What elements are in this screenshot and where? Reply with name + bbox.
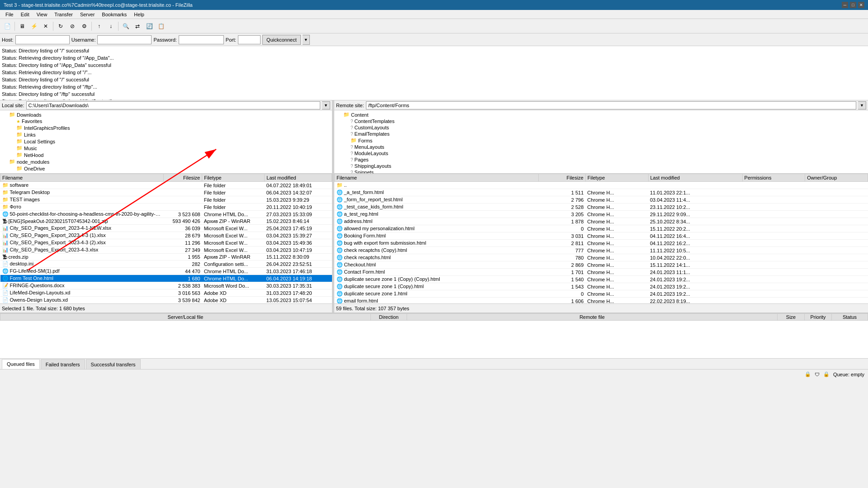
menu-item-help[interactable]: Help <box>130 11 148 18</box>
remote-tree-item[interactable]: ? ModuleLayouts <box>334 150 868 156</box>
tb-abort[interactable]: ⊘ <box>67 21 78 32</box>
menu-item-edit[interactable]: Edit <box>17 11 33 18</box>
username-input[interactable] <box>97 35 152 44</box>
remote-site-path[interactable] <box>366 101 856 109</box>
local-file-row[interactable]: 📄Owens-Design Layouts.xd3 539 842Adobe X… <box>0 297 332 304</box>
remote-file-row[interactable]: 🌐a_test_reg.html3 205Chrome H...29.11.20… <box>335 211 868 218</box>
remote-file-row[interactable]: 🌐Checkout.html2 869Chrome H...15.11.2022… <box>335 261 868 269</box>
remote-file-row[interactable]: 🌐email form.html1 606Chrome H...22.02.20… <box>335 298 868 304</box>
remote-site-dropdown[interactable]: ▼ <box>858 101 866 109</box>
close-button[interactable]: ✕ <box>858 2 864 8</box>
local-file-row[interactable]: 📊City_SEO_Pages_Export_2023-4-3 (1).xlsx… <box>0 232 332 239</box>
transfer-col-remote[interactable]: Remote file <box>407 314 778 321</box>
remote-tree-item[interactable]: ? ContentTemplates <box>334 118 868 124</box>
transfer-col-status[interactable]: Status <box>832 314 868 321</box>
menu-item-file[interactable]: File <box>2 11 17 18</box>
local-tree-item[interactable]: 📁 IntelGraphicsProfiles <box>0 124 332 131</box>
remote-file-row[interactable]: 🌐allowed my personalization.html0Chrome … <box>335 225 868 232</box>
tb-refresh[interactable]: ↻ <box>55 21 66 32</box>
tb-upload[interactable]: ↑ <box>94 21 104 32</box>
tb-quickconnect[interactable]: ⚡ <box>28 21 39 32</box>
menu-item-server[interactable]: Server <box>76 11 98 18</box>
col-filetype-remote[interactable]: Filetype <box>585 174 648 182</box>
tb-btn-1[interactable]: 📄 <box>2 21 13 32</box>
remote-tree-item[interactable]: ? Snippets <box>334 169 868 174</box>
minimize-button[interactable]: ─ <box>842 2 848 8</box>
local-file-row[interactable]: 🌐FG-LifeMed-SM(1).pdf44 470Chrome HTML D… <box>0 268 332 275</box>
tb-compare[interactable]: ⇄ <box>132 21 143 32</box>
local-file-row[interactable]: 📁softwareFile folder04.07.2022 18:49:01 <box>0 182 332 189</box>
local-file-row[interactable]: 📄LifeMed-Design-Layouts.xd3 016 563Adobe… <box>0 289 332 297</box>
remote-tree-item[interactable]: 📁 Content <box>334 111 868 118</box>
local-file-row[interactable]: 📄desktop.ini282Configuration setti...26.… <box>0 261 332 268</box>
tb-settings[interactable]: ⚙ <box>79 21 90 32</box>
tab-queued-files[interactable]: Queued files <box>2 359 40 369</box>
local-file-row[interactable]: 📁ФотоFile folder20.11.2022 10:40:19 <box>0 204 332 211</box>
menu-item-bookmarks[interactable]: Bookmarks <box>98 11 130 18</box>
remote-tree-item[interactable]: ? EmailTemplates <box>334 131 868 137</box>
remote-file-row[interactable]: 🌐bug with export form submission.html2 8… <box>335 240 868 247</box>
col-filename-local[interactable]: Filename <box>0 174 164 182</box>
port-input[interactable] <box>238 35 261 44</box>
local-file-row[interactable]: 🗜[ENG]SpeakOut-20230215T0745342-001.zip5… <box>0 218 332 225</box>
remote-file-row[interactable]: 🌐_test_case_kids_form.html2 528Chrome H.… <box>335 204 868 211</box>
quickconnect-button[interactable]: Quickconnect <box>262 35 301 45</box>
local-file-row[interactable]: 🗜creds.zip1 955Архив ZIP - WinRAR15.11.2… <box>0 254 332 261</box>
col-owner-remote[interactable]: Owner/Group <box>805 174 868 182</box>
col-filesize-remote[interactable]: Filesize <box>538 174 585 182</box>
quickconnect-dropdown-button[interactable]: ▼ <box>303 35 310 45</box>
tab-failed-transfers[interactable]: Failed transfers <box>41 359 85 369</box>
remote-tree-item[interactable]: ? MenuLayouts <box>334 144 868 150</box>
remote-file-row[interactable]: 🌐check recaptchs (Copy).html777Chrome H.… <box>335 247 868 254</box>
local-tree-item[interactable]: 📁 Downloads <box>0 111 332 118</box>
remote-file-row[interactable]: 🌐duplicate secure zone 1.html0Chrome H..… <box>335 290 868 298</box>
remote-file-row[interactable]: 🌐Contact Form.html1 701Chrome H...24.01.… <box>335 269 868 276</box>
remote-file-row[interactable]: 🌐_form_for_report_test.html2 796Chrome H… <box>335 196 868 204</box>
local-tree-item[interactable]: ★ Favorites <box>0 118 332 124</box>
tb-search[interactable]: 🔍 <box>120 21 131 32</box>
local-file-row[interactable]: 🌐Form Test One.html1 680Chrome HTML Do..… <box>0 275 332 282</box>
col-filetype-local[interactable]: Filetype <box>202 174 265 182</box>
col-modified-local[interactable]: Last modified <box>265 174 332 182</box>
local-tree-item[interactable]: 📁 OneDrive <box>0 165 332 172</box>
tab-successful-transfers[interactable]: Successful transfers <box>86 359 141 369</box>
local-file-row[interactable]: 📊City_SEO_Pages_Export_2023-4-3 (2).xlsx… <box>0 239 332 246</box>
remote-file-row[interactable]: 🌐duplicate secure zone 1 (Copy) (Copy).h… <box>335 276 868 283</box>
transfer-col-priority[interactable]: Priority <box>805 314 832 321</box>
tb-log[interactable]: 📋 <box>156 21 166 32</box>
col-permissions-remote[interactable]: Permissions <box>742 174 805 182</box>
local-tree-item[interactable]: 📁 node_modules <box>0 158 332 165</box>
local-site-path[interactable] <box>26 101 320 109</box>
remote-tree-item[interactable]: ? ShippingLayouts <box>334 163 868 169</box>
local-file-row[interactable]: 📊City_SEO_Pages_Export_2023-4-1-NEW.xlsx… <box>0 225 332 232</box>
remote-file-row[interactable]: 🌐Booking Form.html3 031Chrome H...04.11.… <box>335 232 868 240</box>
remote-file-row[interactable]: 🌐check recaptchs.html780Chrome H...10.04… <box>335 254 868 261</box>
menu-item-transfer[interactable]: Transfer <box>51 11 76 18</box>
local-tree-item[interactable]: 📁 NetHood <box>0 152 332 158</box>
tb-connect[interactable]: 🖥 <box>17 21 28 32</box>
transfer-col-size[interactable]: Size <box>778 314 805 321</box>
remote-file-row[interactable]: 🌐duplicate secure zone 1 (Copy).html1 54… <box>335 283 868 290</box>
local-file-row[interactable]: 📊City_SEO_Pages_Export_2023-4-3.xlsx27 3… <box>0 246 332 254</box>
maximize-button[interactable]: □ <box>850 2 856 8</box>
tb-sync[interactable]: 🔄 <box>144 21 155 32</box>
remote-tree-item[interactable]: ? CustomLayouts <box>334 124 868 131</box>
remote-tree-item[interactable]: 📁 Forms <box>334 137 868 144</box>
col-modified-remote[interactable]: Last modified <box>648 174 742 182</box>
local-file-row[interactable]: 📁Telegram DesktopFile folder06.04.2023 1… <box>0 189 332 196</box>
transfer-col-direction[interactable]: Direction <box>371 314 407 321</box>
col-filename-remote[interactable]: Filename <box>335 174 539 182</box>
col-filesize-local[interactable]: Filesize <box>164 174 202 182</box>
transfer-col-server[interactable]: Server/Local file <box>0 314 371 321</box>
remote-file-row[interactable]: 🌐_a_test_form.html1 511Chrome H...11.01.… <box>335 189 868 196</box>
host-input[interactable] <box>15 35 70 44</box>
remote-tree-item[interactable]: ? Pages <box>334 156 868 163</box>
remote-file-row[interactable]: 🌐address.html1 878Chrome H...25.10.2022 … <box>335 218 868 225</box>
remote-file-row[interactable]: 📁.. <box>335 182 868 189</box>
local-file-row[interactable]: 📝FRINGE-Questions.docx2 538 383Microsoft… <box>0 282 332 289</box>
local-tree-item[interactable]: 📁 Local Settings <box>0 138 332 145</box>
menu-item-view[interactable]: View <box>33 11 51 18</box>
local-file-row[interactable]: 📁TEST imagesFile folder15.03.2023 9:39:2… <box>0 196 332 204</box>
local-tree-item[interactable]: 📁 Music <box>0 145 332 152</box>
local-file-row[interactable]: 🌐50-point-checklist-for-choosing-a-headl… <box>0 211 332 218</box>
